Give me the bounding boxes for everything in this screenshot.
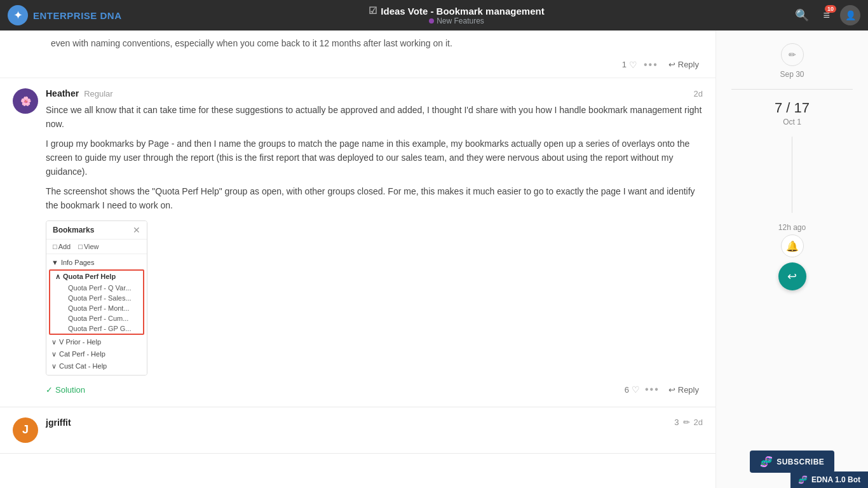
topbar-title: ☑ Ideas Vote - Bookmark management: [369, 5, 544, 17]
bm-vprior-label: V Prior - Help: [59, 338, 101, 346]
heather-reply-button[interactable]: ↩ Reply: [665, 383, 703, 396]
add-icon: □: [53, 243, 57, 250]
heather-like-count[interactable]: 6 ♡: [625, 384, 640, 395]
more-options-button[interactable]: •••: [644, 59, 658, 71]
heather-post-body: Heather Regular 2d Since we all know tha…: [46, 88, 703, 396]
bm-info-pages-group[interactable]: ▼ Info Pages: [46, 257, 147, 268]
heart-icon: ♡: [629, 60, 637, 70]
content-area: even with naming conventions, especially…: [0, 30, 715, 488]
reply-label: Reply: [678, 60, 699, 69]
sidebar-progress-bar: [731, 137, 853, 213]
heather-more-button[interactable]: •••: [645, 384, 660, 395]
topbar: ✦ ENTERPRISE DNA ☑ Ideas Vote - Bookmark…: [0, 0, 868, 30]
bm-catperf-group[interactable]: ∨ Cat Perf - Help: [46, 348, 147, 360]
solution-label: Solution: [55, 385, 85, 395]
first-post-like-count[interactable]: 1 ♡: [622, 60, 637, 70]
bm-item-3[interactable]: Quota Perf - Cum...: [50, 313, 143, 323]
heather-username: Heather: [46, 88, 79, 98]
logo-area: ✦ ENTERPRISE DNA: [8, 5, 122, 25]
bm-add-tool[interactable]: □ Add: [53, 243, 71, 250]
heather-post-meta: Heather Regular: [46, 88, 113, 98]
bell-icon: 🔔: [786, 240, 799, 252]
heather-like-value: 6: [625, 385, 629, 395]
heather-reply-arrow-icon: ↩: [668, 385, 675, 395]
heather-post-content: Since we all know that it can take time …: [46, 104, 703, 213]
jgriffit-edit-count: 3: [674, 417, 679, 427]
sidebar-bell-button[interactable]: 🔔: [781, 234, 804, 257]
sidebar-edit-button[interactable]: ✏: [781, 43, 804, 66]
topbar-title-area: ☑ Ideas Vote - Bookmark management New F…: [128, 5, 785, 25]
sidebar-reply-button[interactable]: ↩: [778, 262, 806, 290]
topbar-subtitle: New Features: [429, 17, 484, 25]
expand-icon: ▼: [51, 259, 58, 266]
hamburger-button[interactable]: ≡ 10: [819, 6, 834, 25]
bm-item-4[interactable]: Quota Perf - GP G...: [50, 323, 143, 334]
bm-view-tool[interactable]: □ View: [78, 243, 98, 250]
edna-bot-label: EDNA 1.0 Bot: [811, 475, 860, 484]
view-label: View: [84, 243, 99, 250]
edit-pencil-icon: ✏: [789, 50, 796, 60]
bm-quota-perf-label: Quota Perf Help: [63, 273, 116, 280]
user-avatar[interactable]: 👤: [840, 5, 860, 25]
jgriffit-post: J jgriffit 3 ✏ 2d: [0, 407, 715, 454]
dna-icon: 🧬: [760, 456, 773, 468]
tag-dot-icon: [429, 18, 434, 24]
view-icon: □: [78, 243, 83, 250]
bm-item-2[interactable]: Quota Perf - Mont...: [50, 303, 143, 313]
solution-check-icon: ✓: [46, 385, 53, 395]
heather-role: Regular: [84, 89, 113, 98]
search-button[interactable]: 🔍: [791, 6, 813, 25]
bm-vprior-group[interactable]: ∨ V Prior - Help: [46, 336, 147, 348]
bm-catperf-label: Cat Perf - Help: [59, 350, 105, 358]
sidebar-divider-1: [731, 89, 853, 90]
heather-reply-label: Reply: [678, 385, 699, 395]
first-post: even with naming conventions, especially…: [0, 30, 715, 78]
subscribe-button[interactable]: 🧬 SUBSCRIBE: [750, 451, 835, 473]
sidebar-progress-date: Oct 1: [775, 118, 810, 126]
heather-para1: Since we all know that it can take time …: [46, 104, 703, 131]
vprior-expand-icon: ∨: [51, 338, 57, 346]
heather-heart-icon: ♡: [632, 384, 640, 395]
title-text: Ideas Vote - Bookmark management: [381, 6, 544, 17]
bm-custcat-group[interactable]: ∨ Cust Cat - Help: [46, 360, 147, 372]
first-post-reply-button[interactable]: ↩ Reply: [665, 58, 703, 71]
sidebar-progress-area: 7 / 17 Oct 1: [775, 95, 810, 132]
bookmarks-screenshot: Bookmarks ✕ □ Add □ View: [46, 220, 147, 376]
first-post-content: even with naming conventions, especially…: [51, 37, 703, 50]
heather-avatar-img: 🌸: [20, 96, 31, 106]
jgriffit-username: jgriffit: [46, 417, 71, 428]
bm-quota-perf-header[interactable]: ∧ Quota Perf Help: [50, 271, 143, 283]
collapse-icon: ∧: [55, 273, 60, 281]
notification-badge: 10: [825, 5, 836, 13]
bm-toolbar: □ Add □ View: [46, 240, 147, 254]
heather-para3: The screenshot shows the "Quota Perf Hel…: [46, 185, 703, 212]
heather-para2: I group my bookmarks by Page - and then …: [46, 137, 703, 179]
subscribe-label: SUBSCRIBE: [776, 458, 824, 466]
edna-bot-bar[interactable]: 🧬 EDNA 1.0 Bot: [790, 471, 868, 488]
heather-post-header: Heather Regular 2d: [46, 88, 703, 98]
bm-item-1[interactable]: Quota Perf - Sales...: [50, 293, 143, 303]
jgriffit-avatar: J: [13, 417, 38, 443]
sidebar-vertical-line: [792, 137, 792, 213]
bm-close-icon[interactable]: ✕: [133, 225, 140, 235]
main-container: even with naming conventions, especially…: [0, 30, 868, 488]
jgriffit-post-time: 2d: [694, 417, 703, 427]
jgriffit-post-header: jgriffit 3 ✏ 2d: [46, 417, 703, 428]
bm-custcat-label: Cust Cat - Help: [59, 362, 107, 370]
reply-arrow-icon: ↩: [668, 60, 675, 69]
jgriffit-post-body: jgriffit 3 ✏ 2d: [46, 417, 703, 443]
bm-item-0[interactable]: Quota Perf - Q Var...: [50, 283, 143, 293]
sidebar-top-section: ✏ Sep 30: [716, 38, 868, 86]
right-sidebar: ✏ Sep 30 7 / 17 Oct 1 12h ago 🔔 ↩ 🧬 SUBS…: [715, 30, 868, 488]
bm-header: Bookmarks ✕: [46, 221, 147, 240]
logo-text-normal: ENTERPRISE: [33, 10, 97, 21]
heather-footer-right: 6 ♡ ••• ↩ Reply: [92, 383, 703, 396]
sidebar-timestamp: 12h ago: [778, 223, 806, 232]
custcat-expand-icon: ∨: [51, 362, 57, 370]
bm-title: Bookmarks: [53, 226, 94, 234]
logo-text: ENTERPRISE DNA: [33, 10, 122, 21]
bm-highlighted-group: ∧ Quota Perf Help Quota Perf - Q Var... …: [49, 269, 144, 335]
jgriffit-avatar-letter: J: [22, 423, 29, 437]
like-count-value: 1: [622, 60, 627, 69]
catperf-expand-icon: ∨: [51, 350, 57, 358]
